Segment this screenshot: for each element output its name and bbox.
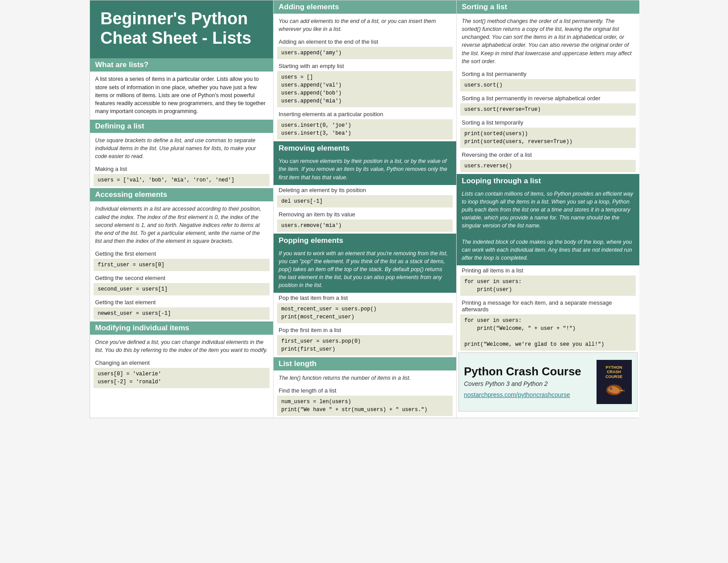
- what-are-lists-text: A list stores a series of items in a par…: [95, 75, 268, 115]
- accessing-elements-desc: Individual elements in a list are access…: [95, 205, 268, 245]
- looping-section: Looping through a list Lists can contain…: [457, 174, 639, 351]
- what-are-lists-body: A list stores a series of items in a par…: [90, 72, 273, 119]
- first-element-code: first_user = users[0]: [94, 259, 270, 271]
- sort-perm-label: Sorting a list permanently: [457, 69, 639, 78]
- page-title: Beginner's Python Cheat Sheet - Lists: [101, 9, 263, 48]
- removing-elements-header: Removing elements: [274, 141, 456, 155]
- list-length-header: List length: [274, 357, 456, 370]
- append-end-code: users.append('amy'): [277, 47, 453, 59]
- defining-list-header: Defining a list: [90, 120, 273, 133]
- delete-position-label: Deleting an element by its position: [274, 185, 456, 194]
- modifying-desc: Once you've defined a list, you can chan…: [95, 338, 268, 354]
- sort-reverse-label: Sorting a list permanently in reverse al…: [457, 93, 639, 102]
- sorting-section: Sorting a list The sort() method changes…: [457, 0, 639, 172]
- print-all-code: for user in users: print(user): [460, 276, 636, 296]
- reverse-label: Reversing the order of a list: [457, 150, 639, 159]
- title-block: Beginner's Python Cheat Sheet - Lists: [90, 0, 273, 58]
- changing-element-code: users[0] = 'valerie' users[-2] = 'ronald…: [94, 368, 270, 388]
- second-element-code: second_user = users[1]: [94, 283, 270, 295]
- accessing-elements-section: Accessing elements Individual elements i…: [90, 188, 273, 320]
- adding-elements-header: Adding elements: [274, 0, 456, 14]
- list-length-body: The len() function returns the number of…: [274, 370, 456, 385]
- adding-elements-desc: You can add elements to the end of a lis…: [279, 17, 451, 33]
- sorting-header: Sorting a list: [457, 0, 639, 14]
- defining-list-desc: Use square brackets to define a list, an…: [95, 136, 268, 160]
- second-element-label: Getting the second element: [90, 273, 273, 282]
- popping-elements-section: Popping elements If you want to work wit…: [274, 234, 456, 356]
- promo-block: Python Crash Course Covers Python 3 and …: [458, 352, 638, 412]
- looping-header: Looping through a list: [457, 174, 639, 188]
- removing-elements-section: Removing elements You can remove element…: [274, 141, 456, 231]
- modifying-section: Modifying individual items Once you've d…: [90, 321, 273, 388]
- modifying-header: Modifying individual items: [90, 321, 273, 335]
- find-length-code: num_users = len(users) print("We have " …: [277, 396, 453, 416]
- insert-position-code: users.insert(0, 'joe') users.insert(3, '…: [277, 119, 453, 140]
- book-cover: PYTHON CRASH COURSE: [597, 360, 632, 404]
- empty-list-label: Starting with an empty list: [274, 61, 456, 70]
- sort-temp-code: print(sorted(users)) print(sorted(users,…: [460, 128, 636, 148]
- pop-first-code: first_user = users.pop(0) print(first_us…: [277, 335, 453, 355]
- defining-list-section: Defining a list Use square brackets to d…: [90, 120, 273, 186]
- book-cover-title: PYTHON CRASH COURSE: [605, 365, 623, 379]
- book-snake-icon: [603, 381, 625, 399]
- promo-subtitle: Covers Python 3 and Python 2: [464, 380, 592, 387]
- making-list-code: users = ['val', 'bob', 'mia', 'ron', 'ne…: [94, 174, 270, 186]
- last-element-label: Getting the last element: [90, 297, 273, 306]
- reverse-code: users.reverse(): [460, 160, 636, 172]
- accessing-elements-header: Accessing elements: [90, 188, 273, 201]
- delete-position-code: del users[-1]: [277, 195, 453, 208]
- promo-link[interactable]: nostarchpress.com/pythoncrashcourse: [464, 391, 570, 398]
- empty-list-code: users = [] users.append('val') users.app…: [277, 71, 453, 107]
- modifying-body: Once you've defined a list, you can chan…: [90, 335, 273, 358]
- popping-elements-desc: If you want to work with an element that…: [274, 248, 456, 293]
- sort-temp-label: Sorting a list temporarily: [457, 117, 639, 127]
- promo-text: Python Crash Course Covers Python 3 and …: [464, 365, 592, 399]
- sort-perm-code: users.sort(): [460, 79, 636, 91]
- defining-list-body: Use square brackets to define a list, an…: [90, 133, 273, 164]
- print-message-label: Printing a message for each item, and a …: [457, 298, 639, 314]
- sorting-desc: The sort() method changes the order of a…: [462, 17, 634, 65]
- column-3: Sorting a list The sort() method changes…: [456, 0, 639, 418]
- list-length-section: List length The len() function returns t…: [274, 357, 456, 416]
- column-1: Beginner's Python Cheat Sheet - Lists Wh…: [90, 0, 273, 418]
- promo-title: Python Crash Course: [464, 365, 592, 378]
- adding-elements-body: You can add elements to the end of a lis…: [274, 14, 456, 37]
- what-are-lists-header: What are lists?: [90, 58, 273, 72]
- what-are-lists-section: What are lists? A list stores a series o…: [90, 58, 273, 119]
- changing-element-label: Changing an element: [90, 358, 273, 367]
- pop-last-code: most_recent_user = users.pop() print(mos…: [277, 303, 453, 323]
- accessing-elements-body: Individual elements in a list are access…: [90, 201, 273, 249]
- svg-point-2: [611, 388, 612, 389]
- remove-value-label: Removing an item by its value: [274, 209, 456, 219]
- pop-first-label: Pop the first item in a list: [274, 325, 456, 334]
- remove-value-code: users.remove('mia'): [277, 219, 453, 232]
- popping-elements-header: Popping elements: [274, 234, 456, 248]
- find-length-label: Find the length of a list: [274, 385, 456, 395]
- looping-desc: Lists can contain millions of items, so …: [457, 188, 639, 265]
- first-element-label: Getting the first element: [90, 249, 273, 258]
- column-2: Adding elements You can add elements to …: [273, 0, 456, 418]
- append-end-label: Adding an element to the end of the list: [274, 37, 456, 46]
- list-length-desc: The len() function returns the number of…: [279, 374, 451, 382]
- making-list-label: Making a list: [90, 164, 273, 173]
- sorting-body: The sort() method changes the order of a…: [457, 14, 639, 69]
- sort-reverse-code: users.sort(reverse=True): [460, 103, 636, 116]
- pop-last-label: Pop the last item from a list: [274, 293, 456, 302]
- last-element-code: newest_user = users[-1]: [94, 307, 270, 320]
- adding-elements-section: Adding elements You can add elements to …: [274, 0, 456, 140]
- print-all-label: Printing all items in a list: [457, 265, 639, 275]
- print-message-code: for user in users: print("Welcome, " + u…: [460, 314, 636, 351]
- removing-elements-desc: You can remove elements by their positio…: [274, 155, 456, 185]
- insert-position-label: Inserting elements at a particular posit…: [274, 109, 456, 118]
